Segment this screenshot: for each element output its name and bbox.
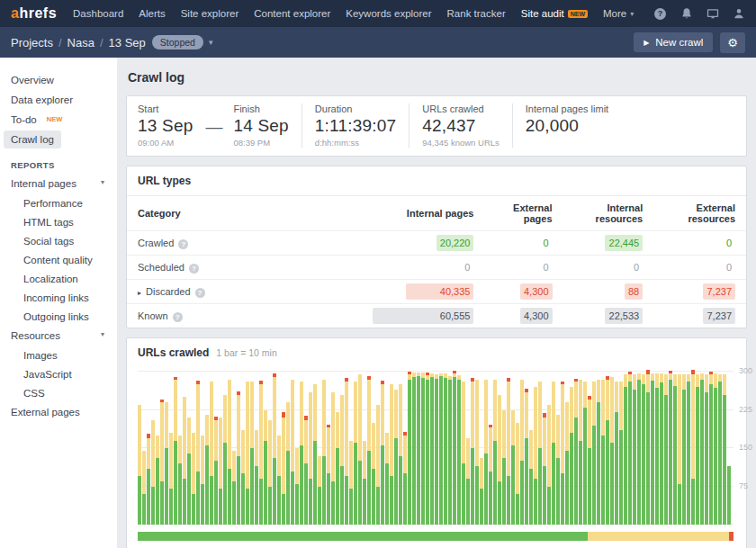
- sidebar-item-outgoing-links[interactable]: Outgoing links: [11, 307, 117, 326]
- stacked-bar: [417, 373, 420, 525]
- nav-item-alerts[interactable]: Alerts: [139, 8, 165, 19]
- summary-segment-2xx: [138, 532, 588, 541]
- chevron-down-icon[interactable]: ▾: [101, 178, 104, 189]
- info-icon[interactable]: ?: [178, 239, 188, 249]
- stacked-bar: [151, 420, 155, 525]
- sidebar-item-css[interactable]: CSS: [11, 383, 117, 402]
- breadcrumb: Projects/Nasa/13 Sep Stopped ▾: [11, 35, 634, 49]
- info-icon[interactable]: ?: [195, 288, 205, 298]
- settings-button[interactable]: ⚙: [720, 32, 745, 53]
- nav-item-rank-tracker[interactable]: Rank tracker: [447, 8, 506, 19]
- stacked-bar: [381, 381, 384, 525]
- stacked-bar: [264, 410, 267, 526]
- stacked-bar: [475, 380, 479, 525]
- stacked-bar: [349, 441, 353, 525]
- info-icon[interactable]: ?: [189, 264, 199, 274]
- nav-item-more[interactable]: More▾: [603, 8, 634, 19]
- sidebar-item-localization[interactable]: Localization: [11, 269, 117, 288]
- breadcrumb-13-sep[interactable]: 13 Sep: [109, 36, 146, 49]
- category-cell[interactable]: ▸Discarded?: [127, 280, 362, 304]
- breadcrumb-nasa[interactable]: Nasa: [68, 36, 94, 49]
- nav-item-keywords-explorer[interactable]: Keywords explorer: [346, 8, 431, 19]
- stacked-bar: [579, 380, 582, 526]
- sidebar-item-incoming-links[interactable]: Incoming links: [11, 288, 117, 307]
- stacked-bar: [538, 382, 542, 525]
- value-cell: 22,445: [563, 231, 654, 256]
- ahrefs-logo[interactable]: ahrefs: [11, 5, 57, 22]
- stacked-bar: [196, 381, 200, 525]
- value-cell: 40,335: [362, 280, 484, 304]
- stat-urls-crawled: URLs crawled42,43794,345 known URLs: [409, 103, 512, 148]
- stacked-bar: [529, 430, 533, 525]
- sidebar-item-overview[interactable]: Overview: [11, 70, 117, 90]
- stacked-bar: [714, 373, 717, 525]
- stacked-bar: [322, 380, 326, 526]
- stacked-bar: [192, 433, 195, 525]
- sidebar-item-performance[interactable]: Performance: [11, 193, 117, 212]
- value-cell: 60,555: [362, 304, 484, 328]
- stacked-bar: [439, 373, 443, 525]
- stacked-bar: [367, 376, 371, 525]
- help-icon[interactable]: ?: [653, 7, 667, 21]
- stacked-bar: [588, 396, 591, 525]
- sidebar-item-content-quality[interactable]: Content quality: [11, 250, 117, 269]
- stacked-bar: [480, 458, 483, 525]
- stacked-bar: [241, 430, 245, 525]
- urls-crawled-card: URLs crawled 1 bar = 10 min 75150225300 …: [126, 337, 747, 548]
- stacked-bar: [457, 375, 461, 525]
- project-bar: Projects/Nasa/13 Sep Stopped ▾ ▶ New cra…: [0, 27, 756, 58]
- stacked-bar: [237, 391, 240, 525]
- sidebar-item-data-explorer[interactable]: Data explorer: [11, 90, 117, 110]
- sidebar-item-html-tags[interactable]: HTML tags: [11, 212, 117, 231]
- breadcrumb-projects[interactable]: Projects: [11, 36, 53, 49]
- stacked-bar: [426, 373, 429, 525]
- bar-series: [138, 372, 734, 525]
- stacked-bar: [570, 387, 573, 525]
- expand-caret-icon[interactable]: ▸: [138, 289, 141, 297]
- profile-icon[interactable]: [732, 7, 745, 21]
- topnav-items: DashboardAlertsSite explorerContent expl…: [73, 8, 653, 19]
- chevron-down-icon[interactable]: ▾: [101, 330, 104, 341]
- sidebar-item-images[interactable]: Images: [11, 346, 117, 364]
- stacked-bar: [493, 380, 497, 526]
- stat-start: Start13 Sep09:00 AM: [138, 103, 205, 148]
- sidebar-item-crawl-log[interactable]: Crawl log: [11, 130, 117, 149]
- sidebar-item-to-do[interactable]: To-doNEW: [11, 110, 117, 130]
- sidebar-item-javascript[interactable]: JavaScript: [11, 364, 117, 383]
- stacked-bar: [273, 373, 276, 525]
- sidebar-item-external-pages[interactable]: External pages: [11, 402, 117, 422]
- stacked-bar: [165, 402, 168, 525]
- stacked-bar: [201, 436, 204, 525]
- bell-icon[interactable]: [680, 7, 693, 21]
- sidebar-item-social-tags[interactable]: Social tags: [11, 231, 117, 250]
- sidebar-item-resources[interactable]: Resources▾: [11, 326, 117, 346]
- stacked-bar: [448, 376, 452, 525]
- stacked-bar: [444, 373, 447, 525]
- stacked-bar: [574, 379, 578, 525]
- url-types-table: CategoryInternal pagesExternal pagesInte…: [127, 196, 746, 328]
- chart-title: URLs crawled: [138, 346, 209, 359]
- stacked-bar: [376, 405, 380, 525]
- nav-item-content-explorer[interactable]: Content explorer: [254, 8, 330, 19]
- value-cell: 0: [362, 256, 484, 280]
- nav-item-site-explorer[interactable]: Site explorer: [181, 8, 239, 19]
- column-header: Internal resources: [563, 196, 654, 231]
- nav-item-site-audit[interactable]: Site auditNEW: [521, 8, 588, 19]
- stacked-bar: [718, 374, 722, 525]
- stacked-bar: [358, 374, 362, 525]
- stat-finish: Finish14 Sep08:39 PM: [233, 103, 301, 148]
- stacked-bar: [403, 432, 407, 525]
- y-axis-tick: 300: [739, 366, 756, 375]
- category-cell: Known?: [127, 304, 362, 328]
- stacked-bar: [597, 380, 600, 526]
- new-crawl-button[interactable]: ▶ New crawl: [634, 32, 713, 52]
- chevron-down-icon[interactable]: ▾: [209, 38, 213, 47]
- stacked-bar: [723, 374, 726, 525]
- sidebar-item-internal-pages[interactable]: Internal pages▾: [11, 174, 117, 193]
- info-icon[interactable]: ?: [173, 312, 183, 322]
- desktop-icon[interactable]: [706, 7, 719, 21]
- stacked-bar: [250, 382, 254, 525]
- stacked-bar: [507, 378, 510, 525]
- nav-item-dashboard[interactable]: Dashboard: [73, 8, 123, 19]
- column-header: Internal pages: [362, 196, 484, 231]
